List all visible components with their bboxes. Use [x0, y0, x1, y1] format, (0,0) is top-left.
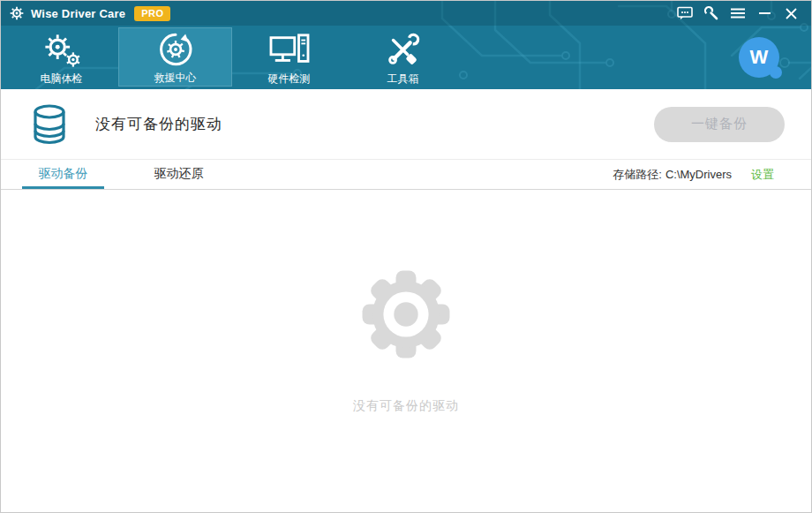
- empty-state-message: 没有可备份的驱动: [353, 398, 459, 414]
- app-header: Wise Driver Care PRO: [1, 1, 811, 89]
- rescue-center-gear-arrow-icon: [156, 31, 195, 68]
- backup-status-header: 没有可备份的驱动 一键备份: [1, 89, 811, 160]
- avatar-initial: W: [750, 46, 769, 69]
- menu-icon[interactable]: [725, 1, 751, 26]
- storage-path-group: 存储路径: C:\MyDrivers 设置: [613, 160, 774, 189]
- hardware-monitor-tower-icon: [268, 32, 311, 69]
- titlebar: Wise Driver Care PRO: [1, 1, 811, 26]
- app-title: Wise Driver Care: [31, 7, 125, 20]
- user-avatar[interactable]: W: [739, 37, 779, 78]
- main-nav: 电脑体检: [1, 26, 811, 89]
- nav-label: 电脑体检: [41, 73, 83, 85]
- nav-item-rescue-center[interactable]: 救援中心: [118, 27, 232, 87]
- tab-driver-backup[interactable]: 驱动备份: [22, 160, 104, 189]
- backup-status-message: 没有可备份的驱动: [95, 114, 222, 134]
- database-icon: [30, 103, 69, 146]
- nav-item-pc-checkup[interactable]: 电脑体检: [4, 26, 118, 89]
- minimize-icon[interactable]: [751, 1, 778, 26]
- nav-label: 救援中心: [154, 72, 197, 84]
- settings-link[interactable]: 设置: [751, 167, 774, 183]
- nav-label: 硬件检测: [268, 73, 311, 85]
- one-click-backup-button[interactable]: 一键备份: [654, 107, 785, 142]
- repair-tool-icon[interactable]: [698, 1, 725, 26]
- app-logo-gear-icon: [10, 6, 24, 20]
- driver-backup-content: 没有可备份的驱动: [1, 190, 811, 513]
- tab-driver-restore[interactable]: 驱动还原: [138, 160, 220, 189]
- storage-path-value: C:\MyDrivers: [665, 168, 732, 181]
- empty-state-gear-icon: [359, 268, 453, 361]
- pro-badge: PRO: [134, 6, 170, 21]
- feedback-icon[interactable]: [672, 1, 698, 26]
- pc-checkup-gears-icon: [41, 32, 82, 69]
- nav-label: 工具箱: [387, 73, 419, 85]
- backup-tabs: 驱动备份 驱动还原 存储路径: C:\MyDrivers 设置: [1, 160, 811, 190]
- close-icon[interactable]: [778, 1, 804, 26]
- nav-item-hardware-detect[interactable]: 硬件检测: [232, 26, 346, 89]
- toolbox-wrench-screwdriver-icon: [384, 32, 423, 69]
- nav-item-toolbox[interactable]: 工具箱: [346, 26, 460, 89]
- storage-path-label: 存储路径:: [613, 167, 662, 183]
